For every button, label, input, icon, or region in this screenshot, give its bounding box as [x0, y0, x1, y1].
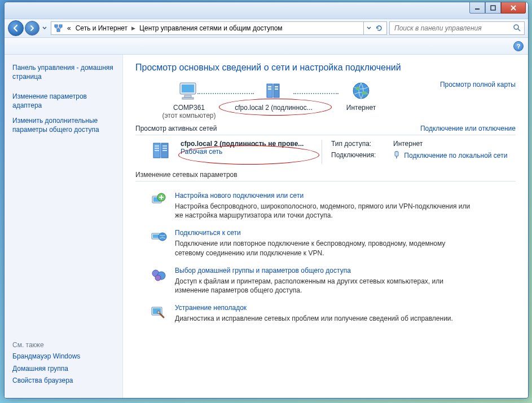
active-network-name: cfpo.local 2 (подлинность не прове... [181, 140, 304, 148]
active-network-right: Тип доступа: Интернет Подключения: Подкл… [322, 140, 507, 164]
breadcrumb-seg-2[interactable]: Центр управления сетями и общим доступом [137, 24, 285, 32]
task-troubleshoot-title[interactable]: Устранение неполадок [175, 304, 453, 312]
task-connect: Подключиться к сети Подключение или повт… [135, 229, 516, 257]
computer-icon [177, 96, 201, 104]
map-internet-label: Интернет [338, 104, 384, 112]
active-network-type-link[interactable]: Рабочая сеть [181, 148, 222, 156]
help-button[interactable]: ? [513, 41, 524, 51]
sidebar-adapter-settings-link[interactable]: Изменение параметров адаптера [12, 92, 115, 110]
network-tasks: Настройка нового подключения или сети На… [135, 192, 516, 323]
see-also-section: См. также Брандмауэр Windows Домашняя гр… [12, 336, 115, 392]
task-new-connection: Настройка нового подключения или сети На… [135, 192, 516, 220]
connect-icon [150, 229, 167, 246]
forward-button[interactable] [25, 21, 39, 36]
search-box[interactable] [389, 21, 525, 35]
access-type-value: Интернет [393, 140, 423, 148]
task-new-connection-title[interactable]: Настройка нового подключения или сети [175, 192, 474, 200]
maximize-button[interactable] [485, 2, 501, 14]
chevron-right-icon[interactable]: ▶ [130, 25, 137, 31]
sidebar-sharing-settings-link[interactable]: Изменить дополнительные параметры общего… [12, 117, 115, 134]
view-full-map-link[interactable]: Просмотр полной карты [440, 81, 516, 88]
svg-point-20 [355, 87, 360, 90]
svg-rect-26 [155, 150, 159, 151]
address-dropdown-button[interactable] [364, 22, 374, 34]
tool-strip: ? [5, 38, 528, 55]
svg-rect-10 [182, 85, 194, 92]
search-input[interactable] [393, 24, 511, 33]
minimize-icon [474, 5, 480, 11]
content-body: Панель управления - домашняя страница Из… [5, 55, 528, 398]
connection-icon [393, 151, 400, 159]
active-network-entry: cfpo.local 2 (подлинность не прове... Ра… [135, 140, 516, 164]
recent-dropdown-icon[interactable] [42, 23, 47, 33]
close-button[interactable] [501, 2, 526, 14]
svg-rect-18 [275, 88, 278, 90]
svg-rect-15 [268, 86, 271, 87]
map-pc[interactable]: COMP361 (этот компьютер) [158, 81, 220, 119]
svg-point-47 [157, 311, 160, 314]
network-node-icon [261, 96, 286, 104]
refresh-icon [375, 24, 383, 32]
sidebar: Панель управления - домашняя страница Из… [5, 55, 123, 398]
globe-icon [350, 96, 372, 104]
minimize-button[interactable] [469, 2, 485, 14]
active-network-left: cfpo.local 2 (подлинность не прове... Ра… [135, 140, 322, 164]
svg-rect-40 [153, 234, 159, 238]
help-icon: ? [517, 43, 521, 50]
active-networks-header-row: Просмотр активных сетей Подключение или … [135, 125, 516, 132]
divider [135, 135, 516, 135]
see-also-firewall-link[interactable]: Брандмауэр Windows [12, 352, 115, 361]
breadcrumb-prefix[interactable]: « [65, 24, 73, 32]
svg-rect-17 [275, 86, 278, 87]
see-also-browser-link[interactable]: Свойства браузера [12, 377, 115, 386]
arrow-right-icon [29, 25, 36, 32]
svg-rect-25 [155, 148, 159, 149]
refresh-button[interactable] [374, 22, 384, 34]
svg-rect-12 [182, 98, 194, 99]
window-titlebar [5, 2, 528, 19]
back-button[interactable] [8, 20, 24, 36]
connection-link[interactable]: Подключение по локальной сети [404, 152, 507, 160]
svg-rect-4 [55, 25, 58, 27]
nav-buttons [8, 20, 47, 36]
svg-rect-11 [184, 95, 191, 98]
main-heading: Просмотр основных сведений о сети и наст… [135, 63, 516, 73]
arrow-left-icon [12, 24, 20, 32]
svg-rect-6 [57, 29, 60, 32]
map-internet[interactable]: Интернет [338, 81, 384, 112]
search-icon [513, 24, 521, 33]
active-network-text: cfpo.local 2 (подлинность не прове... Ра… [181, 140, 304, 156]
connections-label: Подключения: [331, 151, 393, 160]
svg-rect-1 [491, 6, 495, 10]
connect-disconnect-link[interactable]: Подключение или отключение [420, 125, 516, 132]
svg-point-21 [362, 91, 367, 95]
new-connection-icon [150, 192, 167, 209]
map-pc-sub: (этот компьютер) [158, 112, 220, 119]
map-pc-name: COMP361 [158, 104, 220, 112]
address-bar[interactable]: « Сеть и Интернет ▶ Центр управления сет… [51, 21, 387, 35]
map-network-name: cfpo.local 2 (подлиннос... [223, 104, 324, 112]
window-frame: « Сеть и Интернет ▶ Центр управления сет… [4, 2, 529, 398]
task-connect-title[interactable]: Подключиться к сети [175, 229, 474, 237]
task-homegroup-title[interactable]: Выбор домашней группы и параметров общег… [175, 267, 474, 274]
svg-rect-16 [268, 88, 271, 90]
breadcrumb-seg-1[interactable]: Сеть и Интернет [73, 24, 130, 32]
main-content: Просмотр основных сведений о сети и наст… [123, 55, 528, 398]
task-homegroup: Выбор домашней группы и параметров общег… [135, 267, 516, 295]
map-network[interactable]: cfpo.local 2 (подлиннос... [223, 81, 324, 112]
work-network-icon [151, 140, 175, 164]
divider-2 [135, 181, 516, 181]
svg-rect-30 [395, 152, 398, 156]
task-troubleshoot-desc: Диагностика и исправление сетевых пробле… [175, 314, 453, 323]
see-also-homegroup-link[interactable]: Домашняя группа [12, 365, 115, 374]
see-also-header: См. также [12, 341, 115, 349]
chevron-down-icon [367, 26, 371, 30]
svg-point-19 [353, 83, 369, 99]
sidebar-home-link[interactable]: Панель управления - домашняя страница [12, 64, 115, 81]
nav-bar: « Сеть и Интернет ▶ Центр управления сет… [5, 19, 528, 38]
network-center-icon [54, 23, 64, 33]
svg-line-8 [518, 29, 520, 31]
svg-rect-29 [162, 150, 167, 151]
svg-rect-27 [162, 145, 167, 147]
active-networks-label: Просмотр активных сетей [135, 125, 420, 132]
